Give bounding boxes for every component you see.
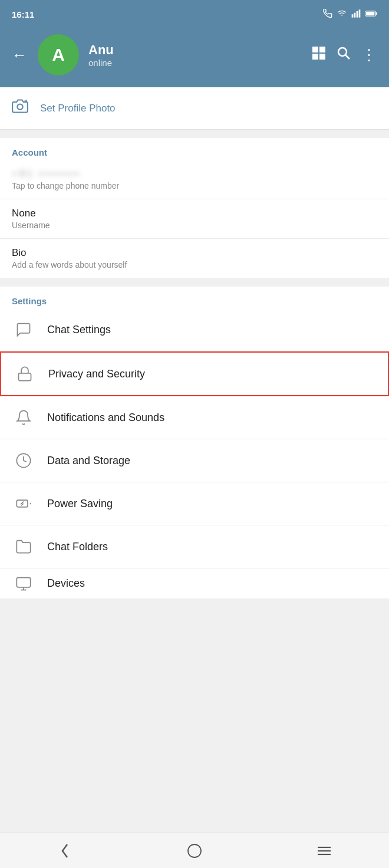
svg-rect-10 (321, 48, 324, 51)
lock-icon (13, 362, 37, 386)
bio-subtext: Add a few words about yourself (12, 260, 377, 269)
settings-item-notifications[interactable]: Notifications and Sounds (0, 396, 389, 439)
settings-item-devices[interactable]: Devices (0, 568, 389, 599)
bio-value: Bio (12, 247, 377, 259)
nav-back-button[interactable] (47, 833, 83, 869)
svg-rect-3 (359, 9, 361, 17)
svg-rect-0 (352, 14, 354, 17)
svg-marker-24 (20, 502, 24, 507)
svg-point-28 (188, 844, 201, 857)
privacy-security-label: Privacy and Security (48, 368, 145, 380)
battery-status-icon (365, 9, 377, 19)
account-section-header: Account (0, 138, 389, 160)
svg-rect-2 (357, 11, 358, 18)
set-photo-label: Set Profile Photo (40, 103, 116, 114)
svg-rect-14 (324, 54, 325, 55)
header-left: ← A Anu online (12, 34, 114, 75)
power-battery-icon (12, 492, 35, 515)
data-storage-label: Data and Storage (47, 455, 130, 467)
more-button[interactable]: ⋮ (361, 46, 377, 64)
username-value: None (12, 208, 377, 219)
phone-number-subtext: Tap to change phone number (12, 181, 377, 190)
phone-number-value: +91 •••••••• (12, 168, 377, 180)
header-actions: ⋮ (312, 46, 377, 64)
settings-item-data[interactable]: Data and Storage (0, 439, 389, 482)
svg-point-19 (17, 104, 22, 110)
pie-chart-icon (12, 449, 35, 472)
nav-home-button[interactable] (177, 833, 212, 869)
folder-icon (12, 535, 35, 558)
signal-icon (351, 9, 361, 20)
status-icons (323, 9, 377, 20)
status-bar: 16:11 (0, 0, 389, 28)
chat-icon (12, 318, 35, 341)
svg-rect-21 (19, 373, 31, 381)
svg-rect-8 (314, 48, 317, 51)
chat-folders-label: Chat Folders (47, 541, 108, 553)
wifi-icon (337, 9, 347, 20)
svg-rect-12 (314, 55, 317, 58)
svg-rect-25 (17, 577, 30, 587)
qr-button[interactable] (312, 46, 326, 64)
settings-section-header: Settings (0, 287, 389, 308)
back-button[interactable]: ← (12, 46, 27, 64)
svg-rect-1 (354, 12, 356, 17)
bio-item[interactable]: Bio Add a few words about yourself (0, 239, 389, 278)
bottom-nav (0, 833, 389, 868)
phone-number-item[interactable]: +91 •••••••• Tap to change phone number (0, 160, 389, 199)
bell-icon (12, 406, 35, 429)
svg-rect-5 (376, 12, 377, 15)
username-item[interactable]: None Username (0, 199, 389, 239)
svg-rect-6 (366, 12, 374, 15)
power-saving-label: Power Saving (47, 498, 113, 510)
divider-2 (0, 278, 389, 287)
header-profile: A Anu online (38, 34, 114, 75)
avatar: A (38, 34, 79, 75)
search-button[interactable] (337, 46, 351, 64)
profile-info: Anu online (88, 42, 114, 68)
svg-line-18 (346, 55, 350, 60)
camera-icon (12, 98, 28, 119)
settings-item-privacy[interactable]: Privacy and Security (0, 351, 389, 396)
devices-label: Devices (47, 577, 85, 590)
page-content: Set Profile Photo Account +91 •••••••• T… (0, 87, 389, 634)
notifications-sounds-label: Notifications and Sounds (47, 412, 164, 424)
settings-item-power[interactable]: Power Saving (0, 482, 389, 525)
nav-menu-button[interactable] (306, 833, 342, 869)
svg-point-17 (338, 48, 347, 56)
phone-icon (323, 9, 332, 20)
profile-name: Anu (88, 42, 114, 58)
username-label: Username (12, 221, 377, 230)
header: ← A Anu online (0, 28, 389, 87)
status-time: 16:11 (12, 9, 34, 19)
settings-item-folders[interactable]: Chat Folders (0, 525, 389, 568)
devices-icon (12, 572, 35, 596)
divider-1 (0, 130, 389, 138)
profile-status: online (88, 58, 114, 68)
set-profile-photo[interactable]: Set Profile Photo (0, 87, 389, 130)
chat-settings-label: Chat Settings (47, 324, 111, 336)
settings-item-chat[interactable]: Chat Settings (0, 308, 389, 351)
svg-rect-15 (320, 58, 321, 59)
svg-rect-16 (322, 57, 325, 59)
